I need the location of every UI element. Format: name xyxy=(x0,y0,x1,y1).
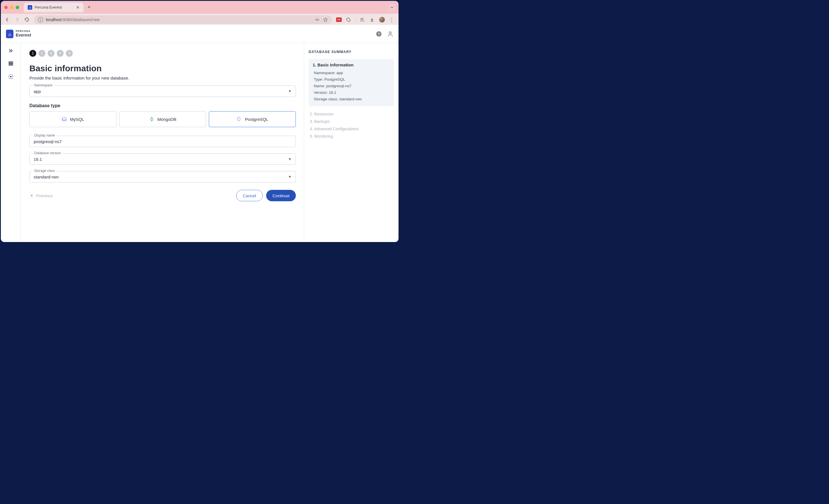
version-label: Database version xyxy=(33,151,62,155)
namespace-label: Namespace xyxy=(33,83,54,87)
chevron-down-icon: ▼ xyxy=(288,89,292,93)
storage-field[interactable]: Storage class standard-rwo ▼ xyxy=(29,171,296,183)
svg-rect-6 xyxy=(8,65,13,66)
dbtype-mysql[interactable]: MySQL xyxy=(29,111,116,127)
summary-block-basic: 1. Basic Information Namespace: app Type… xyxy=(309,59,394,106)
postgresql-icon xyxy=(237,116,242,122)
browser-tab[interactable]: ◬ Percona Everest ✕ xyxy=(24,3,83,12)
star-icon[interactable] xyxy=(323,17,328,22)
close-tab-icon[interactable]: ✕ xyxy=(76,5,80,10)
summary-step-advanced[interactable]: 4. Advanced Configurations xyxy=(309,125,394,132)
svg-point-8 xyxy=(239,118,239,119)
chevron-down-icon: ▼ xyxy=(288,175,292,179)
favicon-icon: ◬ xyxy=(28,5,32,10)
address-bar[interactable]: i localhost:8080/databases/new xyxy=(34,15,332,24)
key-icon[interactable] xyxy=(315,17,320,22)
dbtype-group: MySQL MongoDB PostgreSQL xyxy=(29,111,296,127)
previous-label: Previous xyxy=(36,193,53,198)
chevron-down-icon: ▼ xyxy=(288,157,292,161)
summary-step-monitoring[interactable]: 5. Monitoring xyxy=(309,132,394,140)
page-subtitle: Provide the basic information for your n… xyxy=(29,76,296,80)
summary-step-backups[interactable]: 3. Backups xyxy=(309,118,394,125)
dbtype-mongodb[interactable]: MongoDB xyxy=(119,111,206,127)
svg-rect-4 xyxy=(8,62,13,63)
continue-label: Continue xyxy=(273,193,290,198)
tabs-dropdown-button[interactable] xyxy=(389,4,395,10)
downloads-icon[interactable] xyxy=(369,17,375,22)
sidebar xyxy=(1,43,21,242)
url-text: localhost:8080/databases/new xyxy=(46,17,312,22)
storage-value: standard-rwo xyxy=(34,175,59,179)
app-header: ◬ PERCONA Everest ? xyxy=(1,25,399,43)
step-4[interactable]: 4 xyxy=(57,50,64,57)
media-icon[interactable] xyxy=(360,17,365,22)
summary-title: DATABASE SUMMARY xyxy=(309,50,394,54)
brand-text: PERCONA Everest xyxy=(16,30,31,37)
storage-label: Storage class xyxy=(33,169,57,173)
step-5[interactable]: 5 xyxy=(66,50,73,57)
svg-point-0 xyxy=(316,19,318,21)
brand-logo-icon: ◬ xyxy=(6,30,13,38)
kebab-menu-icon[interactable]: ⋮ xyxy=(389,16,395,23)
reload-button[interactable] xyxy=(24,17,30,22)
namespace-field[interactable]: Namespace app ▼ xyxy=(29,85,296,97)
version-value: 16.1 xyxy=(34,157,42,162)
namespace-value: app xyxy=(34,89,41,94)
cancel-button[interactable]: Cancel xyxy=(236,190,263,201)
new-tab-button[interactable]: + xyxy=(85,4,93,10)
dbtype-label: Database type xyxy=(29,103,296,108)
step-2[interactable]: 2 xyxy=(38,50,45,57)
dbtype-mysql-label: MySQL xyxy=(70,117,84,122)
back-button[interactable] xyxy=(5,17,10,22)
minimize-window-icon[interactable] xyxy=(10,6,13,9)
summary-step-resources[interactable]: 2. Resources xyxy=(309,110,394,118)
browser-toolbar: i localhost:8080/databases/new ••• ⋮ xyxy=(1,14,399,26)
dbtype-postgresql[interactable]: PostgreSQL xyxy=(209,111,296,127)
user-icon[interactable] xyxy=(387,31,393,37)
version-field[interactable]: Database version 16.1 ▼ xyxy=(29,153,296,165)
step-3[interactable]: 3 xyxy=(48,50,55,57)
main-content: 1 2 3 4 5 Basic information Provide the … xyxy=(21,43,304,242)
display-name-field[interactable]: Display name xyxy=(29,136,296,147)
summary-panel: DATABASE SUMMARY 1. Basic Information Na… xyxy=(304,43,399,242)
wizard-actions: Previous Cancel Continue xyxy=(29,190,296,201)
summary-line-version: Version: 16.1 xyxy=(313,89,390,96)
profile-avatar[interactable] xyxy=(379,17,385,23)
tab-title: Percona Everest xyxy=(35,5,62,9)
stepper: 1 2 3 4 5 xyxy=(29,50,296,57)
summary-line-type: Type: PostgreSQL xyxy=(313,76,390,83)
svg-point-7 xyxy=(10,76,11,78)
summary-heading: 1. Basic Information xyxy=(313,63,390,67)
summary-line-storage: Storage class: standard-rwo xyxy=(313,96,390,102)
previous-button[interactable]: Previous xyxy=(29,193,53,198)
close-window-icon[interactable] xyxy=(4,6,8,9)
mongodb-icon xyxy=(149,116,155,122)
svg-rect-5 xyxy=(8,63,13,64)
extension-badge-icon[interactable]: ••• xyxy=(336,17,342,22)
dbtype-mongodb-label: MongoDB xyxy=(157,117,177,122)
toolbar-divider xyxy=(355,17,356,23)
continue-button[interactable]: Continue xyxy=(266,190,296,201)
summary-line-name: Name: postgresql-ns7 xyxy=(313,83,390,89)
zoom-window-icon[interactable] xyxy=(16,6,19,9)
browser-tab-strip: ◬ Percona Everest ✕ + xyxy=(1,1,399,14)
window-controls xyxy=(4,6,19,9)
mysql-icon xyxy=(61,116,67,122)
brand[interactable]: ◬ PERCONA Everest xyxy=(6,30,31,38)
display-name-input[interactable] xyxy=(34,139,292,144)
page-title: Basic information xyxy=(29,64,296,73)
help-icon[interactable]: ? xyxy=(376,31,382,37)
extensions-icon[interactable] xyxy=(346,17,352,22)
step-1[interactable]: 1 xyxy=(29,50,36,57)
sidebar-item-settings[interactable] xyxy=(8,74,14,80)
site-info-icon[interactable]: i xyxy=(38,17,43,22)
summary-line-namespace: Namespace: app xyxy=(313,70,390,76)
brand-name: Everest xyxy=(16,33,31,38)
sidebar-expand-icon[interactable] xyxy=(8,48,13,53)
app-root: ◬ PERCONA Everest ? xyxy=(1,25,399,242)
cancel-label: Cancel xyxy=(243,193,256,198)
forward-button[interactable] xyxy=(14,17,20,22)
dbtype-postgresql-label: PostgreSQL xyxy=(245,117,268,122)
sidebar-item-databases[interactable] xyxy=(8,61,14,66)
svg-text:?: ? xyxy=(378,32,380,36)
